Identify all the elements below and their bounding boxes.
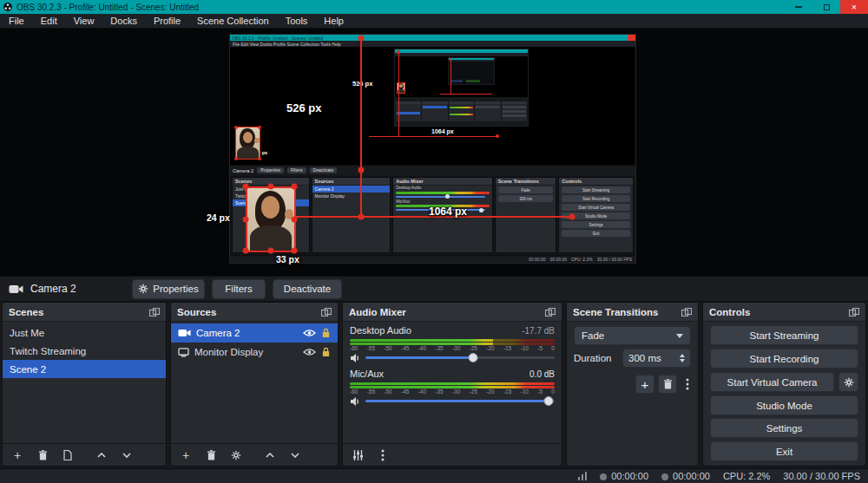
scene-transitions-panel: Scene Transitions Fade Duration 300 ms + [566, 302, 699, 467]
width-measure-label: 1064 px [429, 206, 467, 218]
mic-aux-meter [343, 379, 562, 388]
popout-icon[interactable] [545, 308, 556, 317]
scenes-panel-title: Scenes [9, 307, 43, 317]
remove-source-button[interactable] [204, 448, 218, 462]
nested-width-label: 1064 px [431, 128, 454, 134]
captured-source-toolbar: Camera 2 Properties Filters Deactivate [230, 165, 635, 175]
visibility-eye-icon[interactable] [303, 329, 316, 337]
mixer-menu-button[interactable] [376, 448, 390, 462]
menu-edit[interactable]: Edit [41, 16, 57, 26]
transition-menu-button[interactable] [681, 377, 694, 391]
resize-handle[interactable] [268, 184, 274, 190]
gear-icon [138, 284, 148, 294]
popout-icon[interactable] [849, 308, 859, 317]
desktop-audio-volume-slider[interactable] [365, 352, 555, 363]
menu-profile[interactable]: Profile [154, 16, 181, 26]
chevron-down-icon [122, 453, 131, 458]
filters-button[interactable]: Filters [212, 279, 266, 299]
move-scene-up-button[interactable] [95, 448, 108, 462]
mic-aux-level: 0.0 dB [529, 369, 555, 379]
scene-transitions-title: Scene Transitions [573, 307, 658, 317]
resize-handle[interactable] [292, 184, 298, 190]
height-measure-label: 526 px [286, 101, 321, 114]
menu-docks[interactable]: Docks [110, 16, 137, 26]
scene-item-just-me[interactable]: Just Me [3, 323, 166, 342]
captured-close-button [628, 35, 635, 41]
kebab-menu-icon [381, 449, 385, 461]
add-source-button[interactable]: + [179, 448, 193, 462]
gear-icon [231, 450, 241, 460]
menu-view[interactable]: View [74, 16, 95, 26]
scene-filters-button[interactable] [61, 448, 75, 462]
chevron-down-icon [676, 334, 683, 338]
kebab-menu-icon [686, 378, 689, 390]
scene-item-scene-2[interactable]: Scene 2 [3, 360, 166, 378]
cam-width-label: 33 px [276, 254, 299, 264]
close-button[interactable]: × [840, 0, 868, 14]
speaker-icon[interactable] [350, 396, 360, 407]
resize-handle[interactable] [268, 248, 274, 254]
popout-icon[interactable] [321, 308, 332, 317]
move-source-down-button[interactable] [288, 448, 302, 462]
record-dot-icon [600, 473, 607, 480]
lock-icon[interactable] [321, 347, 331, 357]
source-item-camera-2[interactable]: Camera 2 [171, 323, 338, 343]
popout-icon[interactable] [681, 308, 692, 317]
lock-icon[interactable] [321, 328, 331, 338]
webcam-source[interactable] [246, 186, 296, 252]
advanced-audio-properties-button[interactable] [351, 448, 365, 462]
start-streaming-button[interactable]: Start Streaming [710, 325, 858, 345]
scene-item-twitch-streaming[interactable]: Twitch Streaming [3, 342, 166, 360]
start-virtual-camera-button[interactable]: Start Virtual Camera [710, 372, 834, 392]
spin-down-icon[interactable] [680, 359, 685, 362]
move-scene-down-button[interactable] [120, 448, 134, 462]
menu-tools[interactable]: Tools [286, 16, 308, 26]
maximize-button[interactable] [812, 0, 840, 14]
audio-mixer-panel: Audio Mixer Desktop Audio -17.7 dB -60-5… [342, 302, 562, 467]
start-recording-button[interactable]: Start Recording [710, 349, 858, 369]
remove-transition-button[interactable] [658, 375, 677, 394]
captured-webcam [235, 127, 260, 160]
menu-help[interactable]: Help [324, 16, 344, 26]
resize-handle[interactable] [243, 248, 249, 254]
speaker-icon[interactable] [350, 353, 360, 363]
recording-time: 00:00:00 [600, 471, 648, 481]
source-item-monitor-display[interactable]: Monitor Display [171, 343, 338, 362]
webcam-video [247, 188, 294, 251]
add-scene-button[interactable]: + [10, 448, 24, 462]
captured-menu-bar: File Edit View Docks Profile Scene Colle… [230, 41, 635, 47]
move-source-up-button[interactable] [263, 448, 277, 462]
duration-spinner[interactable]: 300 ms [622, 349, 691, 368]
properties-button[interactable]: Properties [132, 279, 205, 299]
nested-capture-3 [449, 58, 494, 84]
mic-aux-volume-slider[interactable] [365, 395, 555, 407]
resize-handle[interactable] [243, 217, 249, 223]
fps-counter: 30.00 / 30.00 FPS [783, 471, 860, 481]
menu-file[interactable]: File [9, 16, 24, 26]
source-properties-button[interactable] [229, 448, 243, 462]
visibility-eye-icon[interactable] [303, 348, 316, 356]
add-transition-button[interactable]: + [635, 375, 654, 394]
remove-scene-button[interactable] [36, 448, 49, 462]
settings-button[interactable]: Settings [710, 418, 858, 438]
popout-icon[interactable] [149, 308, 160, 317]
desktop-audio-meter [343, 336, 562, 345]
document-icon [63, 450, 72, 460]
virtual-camera-settings-button[interactable] [838, 372, 858, 392]
menu-scene-collection[interactable]: Scene Collection [197, 16, 269, 26]
obs-window: OBS 30.2.3 - Profile: Untitled - Scenes:… [0, 0, 868, 483]
resize-handle[interactable] [292, 217, 298, 223]
stream-dot-icon [661, 473, 668, 480]
spin-up-icon[interactable] [680, 354, 685, 357]
minimize-button[interactable] [785, 0, 812, 14]
chevron-down-icon [291, 453, 299, 458]
preview-canvas[interactable]: OBS 30.2.3 - Profile: Untitled - Scenes:… [0, 29, 868, 276]
deactivate-button[interactable]: Deactivate [273, 279, 342, 299]
monitor-icon [178, 348, 189, 357]
resize-handle[interactable] [243, 184, 249, 190]
trash-icon [38, 450, 48, 460]
transition-select[interactable]: Fade [574, 326, 691, 345]
studio-mode-button[interactable]: Studio Mode [710, 395, 858, 415]
resize-handle[interactable] [292, 248, 298, 254]
exit-button[interactable]: Exit [710, 441, 858, 461]
